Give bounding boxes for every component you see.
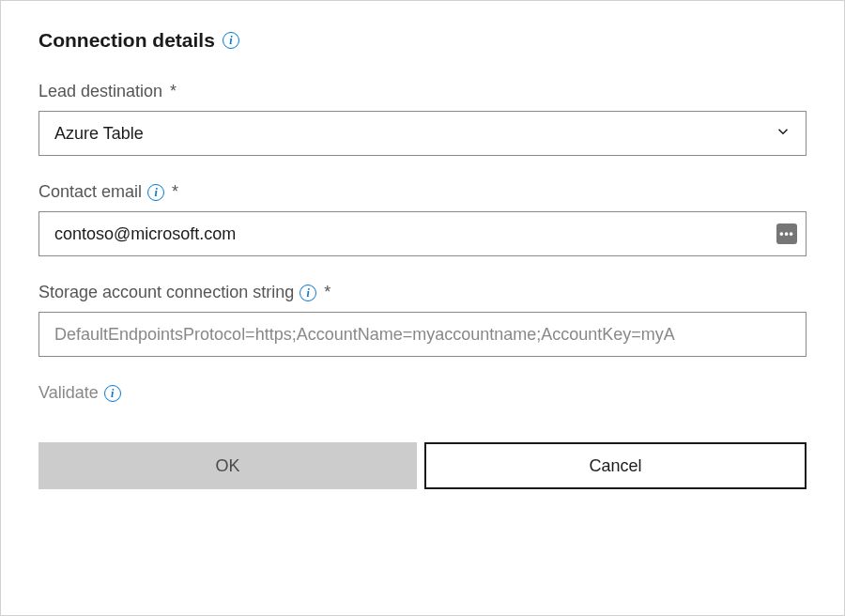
label-text: Lead destination (38, 82, 162, 101)
contact-email-group: Contact email i * ••• (38, 182, 807, 256)
contact-email-input[interactable] (38, 211, 807, 256)
contact-email-input-wrap: ••• (38, 211, 807, 256)
connection-details-panel: Connection details i Lead destination * … (0, 0, 845, 616)
cancel-button[interactable]: Cancel (424, 442, 807, 489)
panel-title: Connection details (38, 29, 215, 52)
validate-label: Validate (38, 383, 99, 403)
label-text: Storage account connection string (38, 283, 294, 302)
lead-destination-label: Lead destination * (38, 82, 807, 101)
info-icon[interactable]: i (223, 32, 239, 49)
ok-button[interactable]: OK (38, 442, 417, 489)
required-mark: * (172, 182, 178, 202)
lead-destination-select[interactable]: Azure Table (38, 111, 807, 156)
lead-destination-value[interactable]: Azure Table (38, 111, 807, 156)
ellipsis-icon[interactable]: ••• (776, 223, 797, 244)
contact-email-label: Contact email i * (38, 182, 807, 202)
validate-link[interactable]: Validate i (38, 383, 807, 403)
connection-string-input-wrap (38, 312, 807, 357)
info-icon[interactable]: i (300, 285, 316, 301)
connection-string-group: Storage account connection string i * (38, 283, 807, 357)
required-mark: * (170, 82, 177, 101)
required-mark: * (324, 283, 330, 302)
info-icon[interactable]: i (104, 385, 121, 402)
lead-destination-group: Lead destination * Azure Table (38, 82, 807, 156)
connection-string-label: Storage account connection string i * (38, 283, 807, 302)
button-row: OK Cancel (38, 442, 807, 489)
connection-string-input[interactable] (38, 312, 807, 357)
panel-header: Connection details i (38, 29, 807, 52)
info-icon[interactable]: i (147, 184, 164, 201)
label-text: Contact email (38, 182, 142, 202)
